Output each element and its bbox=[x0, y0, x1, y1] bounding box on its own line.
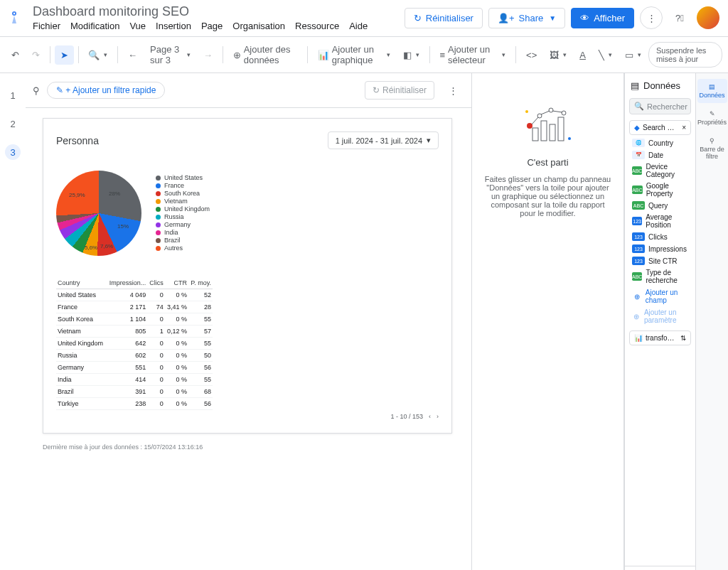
reset-filters-button[interactable]: ↻ Réinitialiser bbox=[365, 81, 434, 100]
svg-point-10 bbox=[568, 137, 571, 140]
table-row[interactable]: Germany55100 %56 bbox=[56, 362, 213, 374]
report-canvas[interactable]: Personna 1 juil. 2024 - 31 juil. 2024▾ 2… bbox=[43, 118, 452, 434]
field-item[interactable]: 🌐Country bbox=[629, 137, 691, 149]
table-row[interactable]: United States4 04900 %52 bbox=[56, 289, 213, 301]
help-icon[interactable]: ?⃝ bbox=[668, 6, 691, 29]
filter-more[interactable]: ⋮ bbox=[441, 79, 464, 102]
legend-item[interactable]: Russia bbox=[156, 213, 210, 220]
image-button[interactable]: 🖼▾ bbox=[544, 45, 572, 65]
add-field[interactable]: ⊕Ajouter un champ bbox=[629, 287, 691, 306]
menu-vue[interactable]: Vue bbox=[129, 21, 146, 31]
table-pager[interactable]: 1 - 10 / 153 ‹ › bbox=[56, 413, 439, 420]
blend-source[interactable]: 📊transfonumerique...⇅ bbox=[629, 330, 691, 345]
menu-insertion[interactable]: Insertion bbox=[156, 21, 191, 31]
field-item[interactable]: 123Average Position bbox=[629, 212, 691, 230]
pie-label-vn: 5,6% bbox=[85, 244, 97, 251]
add-quick-filter[interactable]: ✎ + Ajouter un filtre rapide bbox=[47, 82, 165, 99]
side-tabs: ▤Données ✎Propriétés ⚲Barre de filtre › bbox=[695, 73, 728, 570]
intro-title: C'est parti bbox=[483, 157, 612, 168]
menu-modification[interactable]: Modification bbox=[70, 21, 119, 31]
data-source[interactable]: ◆Search Console htt...× bbox=[629, 120, 691, 135]
table-row[interactable]: India41400 %55 bbox=[56, 374, 213, 386]
text-button[interactable]: A bbox=[574, 45, 592, 65]
page-indicator[interactable]: Page 3 sur 3▾ bbox=[144, 40, 196, 70]
pager-label: 1 - 10 / 153 bbox=[390, 413, 423, 420]
pie-label-sk: 7,6% bbox=[100, 243, 113, 249]
pointer-tool[interactable]: ➤ bbox=[55, 45, 74, 65]
more-options-button[interactable]: ⋮ bbox=[640, 6, 663, 29]
legend-item[interactable]: Vietnam bbox=[156, 198, 210, 205]
svg-rect-2 bbox=[532, 128, 538, 141]
table-row[interactable]: South Korea1 10400 %55 bbox=[56, 313, 213, 326]
svg-line-12 bbox=[532, 117, 538, 124]
user-avatar[interactable] bbox=[697, 6, 719, 29]
menu-page[interactable]: Page bbox=[201, 21, 223, 31]
date-range-selector[interactable]: 1 juil. 2024 - 31 juil. 2024▾ bbox=[328, 131, 439, 149]
add-selector-button[interactable]: ≡ Ajouter un sélecteur▾ bbox=[434, 40, 511, 70]
page-tab-2[interactable]: 2 bbox=[5, 116, 21, 131]
last-update-timestamp: Dernière mise à jour des données : 15/07… bbox=[43, 443, 454, 451]
field-item[interactable]: ABCGoogle Property bbox=[629, 181, 691, 199]
table-row[interactable]: Vietnam80510,12 %57 bbox=[56, 326, 213, 338]
svg-point-8 bbox=[549, 108, 553, 112]
pager-next[interactable]: › bbox=[437, 413, 439, 420]
side-tab-properties[interactable]: ✎Propriétés bbox=[697, 106, 727, 130]
svg-rect-5 bbox=[558, 117, 564, 141]
pie-chart[interactable] bbox=[56, 171, 141, 256]
data-search[interactable]: 🔍 Rechercher bbox=[629, 98, 691, 114]
pager-prev[interactable]: ‹ bbox=[429, 413, 431, 420]
table-row[interactable]: Brazil39100 %68 bbox=[56, 386, 213, 398]
suspend-updates-button[interactable]: Suspendre les mises à jour bbox=[648, 42, 722, 68]
add-data-button[interactable]: ⊕ Ajouter des données bbox=[228, 40, 303, 70]
table-row[interactable]: Türkiye23800 %56 bbox=[56, 398, 213, 410]
field-item[interactable]: ABCDevice Category bbox=[629, 161, 691, 180]
prev-page[interactable]: ← bbox=[122, 45, 143, 65]
redo-button[interactable]: ↷ bbox=[26, 45, 46, 65]
field-item[interactable]: 123Clicks bbox=[629, 231, 691, 242]
legend-item[interactable]: France bbox=[156, 182, 210, 189]
community-viz-button[interactable]: ◧▾ bbox=[397, 45, 425, 65]
add-data-footer[interactable]: ⊕ Ajouter des données bbox=[625, 566, 695, 570]
field-item[interactable]: ABCType de recherche bbox=[629, 267, 691, 286]
page-tab-3[interactable]: 3 bbox=[5, 144, 21, 160]
legend-item[interactable]: India bbox=[156, 229, 210, 236]
side-tab-filter[interactable]: ⚲Barre de filtre bbox=[697, 133, 727, 164]
field-item[interactable]: ABCQuery bbox=[629, 200, 691, 211]
table-row[interactable]: Russia60200 %50 bbox=[56, 350, 213, 362]
embed-button[interactable]: <> bbox=[520, 45, 542, 65]
add-param[interactable]: ⊕Ajouter un paramètre bbox=[629, 307, 691, 326]
page-tab-1[interactable]: 1 bbox=[5, 87, 21, 103]
legend-item[interactable]: Brazil bbox=[156, 237, 210, 244]
menu-organisation[interactable]: Organisation bbox=[232, 21, 285, 31]
share-button[interactable]: 👤+Share▼ bbox=[488, 8, 565, 28]
filter-icon[interactable]: ⚲ bbox=[33, 85, 40, 96]
menu-bar: Fichier Modification Vue Insertion Page … bbox=[33, 21, 405, 31]
field-item[interactable]: 123Site CTR bbox=[629, 255, 691, 267]
looker-studio-logo[interactable] bbox=[9, 9, 26, 26]
svg-point-6 bbox=[527, 123, 532, 129]
shape-button[interactable]: ▭▾ bbox=[619, 45, 647, 65]
legend-item[interactable]: South Korea bbox=[156, 190, 210, 197]
field-item[interactable]: 📅Date bbox=[629, 149, 691, 161]
menu-fichier[interactable]: Fichier bbox=[33, 21, 60, 31]
line-button[interactable]: ╲▾ bbox=[593, 45, 618, 65]
legend-item[interactable]: Autres bbox=[156, 244, 210, 252]
view-button[interactable]: 👁Afficher bbox=[571, 8, 634, 28]
next-page[interactable]: → bbox=[198, 45, 218, 65]
page-thumbnails: 1 2 3 › bbox=[0, 73, 26, 570]
menu-ressource[interactable]: Ressource bbox=[295, 21, 339, 31]
side-tab-data[interactable]: ▤Données bbox=[697, 79, 727, 103]
field-item[interactable]: 123Impressions bbox=[629, 243, 691, 254]
legend-item[interactable]: United States bbox=[156, 174, 210, 181]
legend-item[interactable]: Germany bbox=[156, 221, 210, 228]
menu-aide[interactable]: Aide bbox=[349, 21, 368, 31]
zoom-tool[interactable]: 🔍▾ bbox=[82, 45, 113, 65]
table-row[interactable]: United Kingdom64200 %55 bbox=[56, 338, 213, 350]
reset-button[interactable]: ↻Réinitialiser bbox=[405, 8, 483, 28]
add-chart-button[interactable]: 📊 Ajouter un graphique▾ bbox=[312, 40, 396, 70]
legend-item[interactable]: United Kingdom bbox=[156, 205, 210, 213]
data-table[interactable]: CountryImpression...ClicsCTRP. moy. Unit… bbox=[56, 277, 213, 410]
document-title[interactable]: Dashboard monitoring SEO bbox=[33, 4, 405, 19]
undo-button[interactable]: ↶ bbox=[6, 45, 25, 65]
table-row[interactable]: France2 171743,41 %28 bbox=[56, 301, 213, 313]
